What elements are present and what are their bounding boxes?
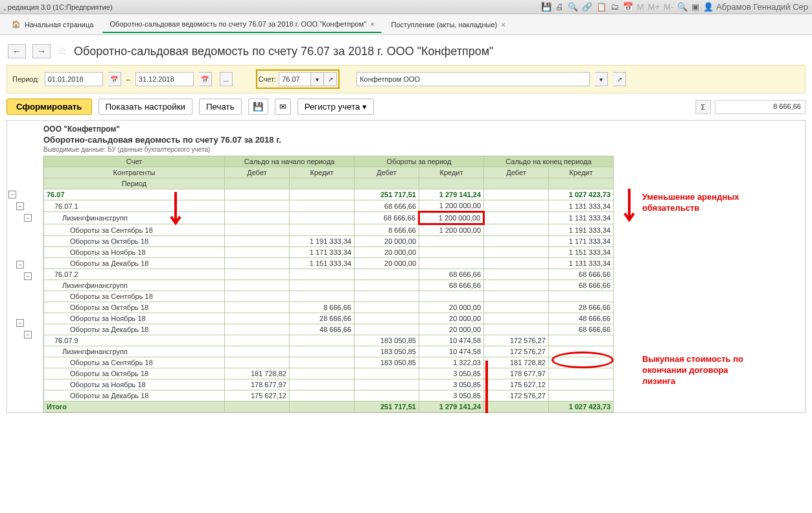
period-label: Период: bbox=[12, 75, 40, 83]
register-button[interactable]: Регистр учета ▾ bbox=[297, 99, 375, 115]
tree-collapse[interactable]: − bbox=[16, 319, 24, 327]
report-title: Оборотно-сальдовая ведомость по счету 76… bbox=[43, 135, 769, 145]
date-to-input[interactable]: 31.12.2018 bbox=[135, 72, 194, 86]
tree-collapse[interactable]: − bbox=[24, 214, 32, 222]
window-icon[interactable]: ▣ bbox=[691, 2, 699, 12]
date-from-picker[interactable]: 📅 bbox=[108, 72, 121, 86]
tab-report[interactable]: Оборотно-сальдовая ведомость по счету 76… bbox=[102, 16, 381, 33]
tree-collapse[interactable]: − bbox=[8, 191, 16, 198]
tab-receipts[interactable]: Поступление (акты, накладные) × bbox=[384, 16, 513, 33]
table-row[interactable]: Обороты за Декабрь 181 151 333,3420 000,… bbox=[44, 258, 614, 269]
print-icon[interactable]: 🖨 bbox=[555, 2, 564, 12]
annotation-arrow bbox=[623, 189, 636, 228]
col-turn: Обороты за период bbox=[354, 156, 484, 167]
home-label: Начальная страница bbox=[25, 21, 93, 29]
dash: – bbox=[126, 75, 130, 83]
date-from-input[interactable]: 01.01.2018 bbox=[45, 72, 103, 86]
annotation-circle bbox=[551, 352, 614, 368]
m-plus-icon[interactable]: M+ bbox=[648, 2, 660, 12]
home-tab[interactable]: 🏠 Начальная страница bbox=[5, 16, 100, 32]
col-credit: Кредит bbox=[419, 167, 484, 178]
tree-collapse[interactable]: − bbox=[16, 202, 24, 210]
org-dropdown[interactable]: ▾ bbox=[595, 72, 608, 86]
tab-label: Поступление (акты, накладные) bbox=[391, 21, 498, 29]
table-row[interactable]: 76.07.168 666,661 200 000,001 131 333,34 bbox=[44, 200, 614, 212]
account-dropdown[interactable]: ▾ bbox=[311, 72, 324, 86]
table-row[interactable]: 76.07.268 666,6668 666,66 bbox=[44, 269, 614, 280]
report-subtitle: Выводимые данные: БУ (данные бухгалтерск… bbox=[43, 146, 769, 153]
page-header: ← → ☆ Оборотно-сальдовая ведомость по сч… bbox=[0, 35, 812, 65]
account-input[interactable]: 76.07 bbox=[279, 72, 311, 86]
search-icon[interactable]: 🔍 bbox=[568, 2, 578, 12]
date-to-picker[interactable]: 📅 bbox=[199, 72, 212, 86]
table-row[interactable]: Обороты за Октябрь 18181 728,823 050,851… bbox=[44, 368, 614, 379]
user-block[interactable]: 👤 Абрамов Геннадий Сер bbox=[703, 2, 808, 12]
table-row[interactable]: Обороты за Декабрь 1848 666,6620 000,006… bbox=[44, 324, 614, 335]
m-minus-icon[interactable]: M- bbox=[664, 2, 673, 12]
tree-collapse[interactable]: − bbox=[24, 272, 32, 280]
account-open[interactable]: ↗ bbox=[324, 72, 337, 86]
save-icon[interactable]: 💾 bbox=[541, 2, 551, 12]
email-button[interactable]: ✉ bbox=[275, 99, 291, 115]
tab-strip: 🏠 Начальная страница Оборотно-сальдовая … bbox=[0, 14, 812, 35]
table-row[interactable]: Обороты за Октябрь 181 191 333,3420 000,… bbox=[44, 236, 614, 247]
report-table: Счет Сальдо на начало периода Обороты за… bbox=[43, 156, 614, 412]
table-row[interactable]: Лизингфинансгрупп68 666,6668 666,66 bbox=[44, 280, 614, 291]
home-icon: 🏠 bbox=[12, 20, 21, 29]
toolbar: Сформировать Показать настройки Печать 💾… bbox=[0, 93, 812, 120]
org-input[interactable]: Конфетпром ООО bbox=[356, 72, 590, 86]
generate-button[interactable]: Сформировать bbox=[6, 99, 92, 115]
table-row[interactable]: 76.07.9183 050,8510 474,58172 576,27 bbox=[44, 335, 614, 346]
page-title: Оборотно-сальдовая ведомость по счету 76… bbox=[74, 45, 494, 58]
table-row[interactable]: Лизингфинансгрупп68 666,661 200 000,001 … bbox=[44, 212, 614, 224]
forward-button[interactable]: → bbox=[32, 44, 51, 58]
col-debit: Дебет bbox=[225, 167, 290, 178]
settings-button[interactable]: Показать настройки bbox=[99, 99, 192, 115]
calc-icon[interactable]: 🗂 bbox=[610, 2, 619, 12]
table-row[interactable]: Обороты за Сентябрь 18 bbox=[44, 291, 614, 302]
clipboard-icon[interactable]: 📋 bbox=[596, 2, 607, 12]
col-counter: Контрагенты bbox=[44, 167, 225, 178]
col-period: Период bbox=[44, 178, 225, 189]
table-row[interactable]: Лизингфинансгрупп183 050,8510 474,58172 … bbox=[44, 346, 614, 357]
title-bar: , редакция 3.0 (1С:Предприятие) 💾 🖨 🔍 🔗 … bbox=[0, 0, 812, 14]
close-icon[interactable]: × bbox=[501, 21, 505, 29]
table-row[interactable]: Обороты за Сентябрь 18183 050,851 322,03… bbox=[44, 357, 614, 368]
print-button[interactable]: Печать bbox=[199, 99, 242, 115]
table-row[interactable]: Обороты за Ноябрь 1828 666,6620 000,0048… bbox=[44, 313, 614, 324]
table-row[interactable]: Обороты за Сентябрь 188 666,661 200 000,… bbox=[44, 224, 614, 236]
table-row[interactable]: 76.07251 717,511 279 141,241 027 423,73 bbox=[44, 189, 614, 200]
sum-value: 8 666,66 bbox=[715, 100, 806, 114]
col-debit: Дебет bbox=[484, 167, 549, 178]
sum-icon: Σ bbox=[695, 100, 711, 114]
favorite-icon[interactable]: ☆ bbox=[57, 44, 67, 58]
table-row[interactable]: Обороты за Ноябрь 181 171 333,3420 000,0… bbox=[44, 247, 614, 258]
close-icon[interactable]: × bbox=[370, 20, 374, 28]
annotation-text-2: Выкупная стоимость по окончании договора… bbox=[642, 354, 759, 387]
tab-label: Оборотно-сальдовая ведомость по счету 76… bbox=[110, 20, 366, 28]
link-icon[interactable]: 🔗 bbox=[582, 2, 592, 12]
tree-collapse[interactable]: − bbox=[16, 261, 24, 268]
annotation-text-1: Уменьшение арендных обязательств bbox=[642, 192, 739, 214]
annotation-arrow bbox=[480, 361, 493, 413]
back-button[interactable]: ← bbox=[8, 44, 26, 58]
table-row[interactable]: Обороты за Ноябрь 18178 677,973 050,8517… bbox=[44, 379, 614, 390]
col-credit: Кредит bbox=[290, 167, 354, 178]
user-icon: 👤 bbox=[703, 2, 713, 12]
save-report-button[interactable]: 💾 bbox=[248, 99, 268, 115]
zoom-icon[interactable]: 🔍 bbox=[677, 2, 688, 12]
tree-collapse[interactable]: − bbox=[24, 331, 32, 339]
calendar-icon[interactable]: 📅 bbox=[623, 2, 633, 12]
tree-gutter: − − − − − − − bbox=[7, 156, 43, 412]
col-credit: Кредит bbox=[549, 167, 614, 178]
report-area: ООО "Конфетпром" Оборотно-сальдовая ведо… bbox=[6, 120, 806, 413]
table-row[interactable]: Обороты за Октябрь 188 666,6620 000,0028… bbox=[44, 302, 614, 313]
report-org: ООО "Конфетпром" bbox=[43, 125, 769, 134]
col-acct: Счет bbox=[44, 156, 225, 167]
m-icon[interactable]: M bbox=[637, 2, 644, 12]
annotation-arrow bbox=[169, 192, 182, 231]
table-row[interactable]: Обороты за Декабрь 18175 627,123 050,851… bbox=[44, 390, 614, 401]
period-more-button[interactable]: ... bbox=[220, 72, 233, 86]
app-title: , редакция 3.0 (1С:Предприятие) bbox=[4, 3, 113, 11]
org-open[interactable]: ↗ bbox=[613, 72, 626, 86]
